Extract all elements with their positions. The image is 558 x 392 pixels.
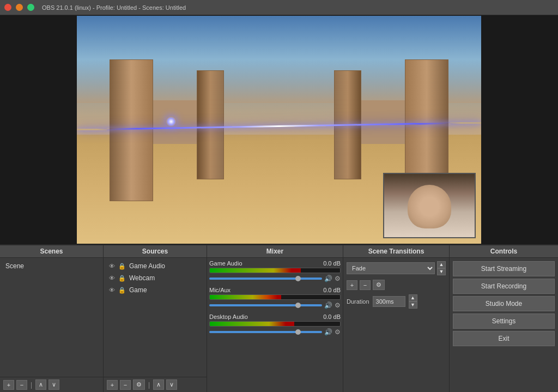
source-item-webcam[interactable]: 👁 🔒 Webcam: [106, 272, 204, 284]
transition-spin-down[interactable]: ▼: [437, 268, 446, 275]
duration-input[interactable]: [373, 296, 405, 307]
sources-list: 👁 🔒 Game Audio 👁 🔒 Webcam 👁 🔒 Game: [104, 258, 207, 377]
scene-item[interactable]: Scene: [2, 260, 101, 272]
pillar-center-left: [197, 70, 224, 179]
settings-icon-game-audio[interactable]: ⚙: [335, 275, 341, 282]
mixer-channel-mic: Mic/Aux 0.0 dB 🔊 ⚙: [209, 287, 341, 309]
duration-spin: ▲ ▼: [409, 294, 417, 309]
transitions-content: Fade ▲ ▼ + − ⚙ Duration ▲ ▼: [343, 258, 449, 392]
transition-add-button[interactable]: +: [347, 280, 357, 290]
scenes-add-button[interactable]: +: [3, 380, 14, 390]
pillar-left: [110, 59, 153, 201]
transitions-panel: Scene Transitions Fade ▲ ▼ + − ⚙ Duratio…: [343, 245, 450, 392]
webcam-face: [408, 185, 451, 228]
duration-spin-up[interactable]: ▲: [409, 294, 417, 301]
fader-row-desktop: 🔊 ⚙: [209, 328, 341, 336]
scenes-toolbar-sep: |: [29, 381, 33, 389]
eye-icon: 👁: [109, 263, 115, 269]
sources-panel: Sources 👁 🔒 Game Audio 👁 🔒 Webcam 👁 🔒 Ga…: [104, 245, 207, 392]
scenes-toolbar: + − | ∧ ∨: [0, 377, 103, 392]
mixer-header: Mixer: [207, 245, 343, 258]
sources-add-button[interactable]: +: [107, 380, 118, 390]
sources-header: Sources: [104, 245, 207, 258]
mixer-channel-header-desktop: Desktop Audio 0.0 dB: [209, 313, 341, 320]
maximize-button[interactable]: [27, 4, 34, 11]
duration-label: Duration: [347, 298, 369, 305]
source-item-game[interactable]: 👁 🔒 Game: [106, 284, 204, 296]
start-recording-button[interactable]: Start Recording: [453, 279, 555, 294]
sources-down-button[interactable]: ∨: [166, 379, 177, 390]
meter-bar-mic: [210, 295, 281, 299]
meter-mic: [209, 294, 341, 300]
webcam-overlay: [383, 173, 476, 238]
controls-header: Controls: [450, 245, 558, 258]
channel-icons-game-audio: 🔊 ⚙: [324, 275, 341, 282]
bottom-panel: Scenes Scene + − | ∧ ∨ Sources 👁 🔒 Game …: [0, 244, 558, 392]
mute-icon-game-audio[interactable]: 🔊: [324, 275, 332, 282]
wall-right: [361, 100, 405, 144]
transition-spin-up[interactable]: ▲: [437, 261, 446, 268]
meter-bar-game-audio: [210, 268, 301, 273]
fader-game-audio[interactable]: [209, 278, 322, 280]
channel-db-mic: 0.0 dB: [323, 287, 341, 293]
meter-bar-desktop: [210, 322, 294, 326]
mixer-channel-header-game-audio: Game Audio 0.0 dB: [209, 260, 341, 267]
scenes-remove-button[interactable]: −: [16, 380, 27, 390]
transition-remove-button[interactable]: −: [360, 280, 371, 290]
mute-icon-desktop[interactable]: 🔊: [324, 328, 332, 336]
studio-mode-button[interactable]: Studio Mode: [453, 296, 555, 311]
channel-name-desktop: Desktop Audio: [209, 313, 248, 320]
meter-game-audio: [209, 268, 341, 273]
settings-icon-mic[interactable]: ⚙: [335, 301, 341, 309]
mixer-panel: Mixer Game Audio 0.0 dB 🔊 ⚙: [207, 245, 343, 392]
sources-settings-button[interactable]: ⚙: [133, 379, 145, 390]
transitions-header: Scene Transitions: [343, 245, 449, 258]
source-label-game-audio: Game Audio: [129, 262, 165, 270]
duration-row: Duration ▲ ▼: [347, 294, 446, 309]
scenes-down-button[interactable]: ∨: [48, 379, 59, 390]
controls-content: Start Streaming Start Recording Studio M…: [450, 258, 558, 392]
transition-select-row: Fade ▲ ▼: [347, 261, 446, 275]
scenes-list: Scene: [0, 258, 103, 377]
source-label-game: Game: [129, 286, 147, 294]
webcam-person: [384, 174, 475, 237]
scenes-panel: Scenes Scene + − | ∧ ∨: [0, 245, 104, 392]
channel-icons-mic: 🔊 ⚙: [324, 301, 341, 309]
fader-row-mic: 🔊 ⚙: [209, 301, 341, 309]
fader-mic[interactable]: [209, 304, 322, 306]
transition-select[interactable]: Fade: [347, 262, 435, 274]
transitions-toolbar: + − ⚙: [347, 280, 446, 290]
settings-icon-desktop[interactable]: ⚙: [335, 328, 341, 336]
mixer-content: Game Audio 0.0 dB 🔊 ⚙ Mic/Aux: [207, 258, 343, 392]
source-item-game-audio[interactable]: 👁 🔒 Game Audio: [106, 260, 204, 272]
channel-name-game-audio: Game Audio: [209, 260, 242, 267]
titlebar: OBS 21.0.1 (linux) - Profile: Untitled -…: [0, 0, 558, 15]
start-streaming-button[interactable]: Start Streaming: [453, 261, 555, 276]
mixer-channel-game-audio: Game Audio 0.0 dB 🔊 ⚙: [209, 260, 341, 282]
exit-button[interactable]: Exit: [453, 331, 555, 346]
mixer-channel-desktop: Desktop Audio 0.0 dB 🔊 ⚙: [209, 313, 341, 336]
scenes-up-button[interactable]: ∧: [35, 379, 46, 390]
sources-toolbar-sep: |: [147, 381, 151, 389]
duration-spin-down[interactable]: ▼: [409, 301, 417, 309]
sources-up-button[interactable]: ∧: [153, 379, 164, 390]
mute-icon-mic[interactable]: 🔊: [324, 301, 332, 309]
close-button[interactable]: [4, 4, 11, 11]
eye-icon-3: 👁: [109, 287, 115, 293]
scenes-header: Scenes: [0, 245, 103, 258]
mixer-channel-header-mic: Mic/Aux 0.0 dB: [209, 287, 341, 293]
minimize-button[interactable]: [16, 4, 23, 11]
eye-icon-2: 👁: [109, 275, 115, 281]
channel-name-mic: Mic/Aux: [209, 287, 231, 293]
preview-canvas: [77, 16, 481, 244]
source-label-webcam: Webcam: [129, 274, 155, 282]
settings-button[interactable]: Settings: [453, 313, 555, 329]
meter-desktop: [209, 321, 341, 327]
channel-db-game-audio: 0.0 dB: [323, 260, 341, 267]
lock-icon-3: 🔒: [118, 287, 126, 294]
preview-area: [0, 15, 558, 244]
fader-desktop[interactable]: [209, 331, 322, 333]
sources-remove-button[interactable]: −: [120, 380, 131, 390]
transition-settings-button[interactable]: ⚙: [373, 280, 385, 290]
fader-row-game-audio: 🔊 ⚙: [209, 275, 341, 282]
